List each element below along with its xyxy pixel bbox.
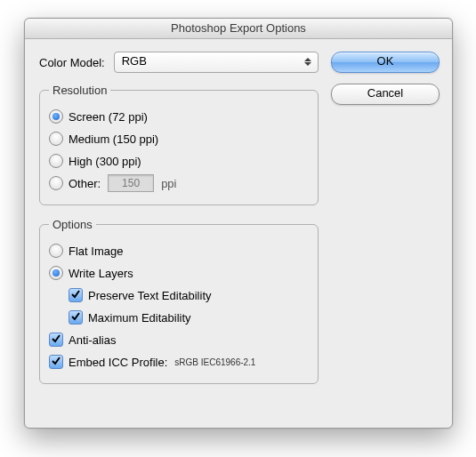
window-title: Photoshop Export Options xyxy=(25,19,452,39)
resolution-medium-radio[interactable] xyxy=(49,132,63,146)
resolution-medium-label: Medium (150 ppi) xyxy=(69,132,158,146)
embed-icc-label: Embed ICC Profile: xyxy=(69,356,167,369)
ok-button[interactable]: OK xyxy=(331,52,440,73)
resolution-screen-radio[interactable] xyxy=(49,109,63,124)
checkmark-icon xyxy=(70,289,81,300)
checkmark-icon xyxy=(51,356,61,366)
flat-image-label: Flat Image xyxy=(69,245,123,258)
resolution-other-label: Other: xyxy=(69,177,101,190)
options-group: Options Flat Image Write Layers xyxy=(39,218,319,384)
anti-alias-label: Anti-alias xyxy=(69,333,116,347)
resolution-high-label: High (300 ppi) xyxy=(69,155,141,168)
icc-profile-name: sRGB IEC61966-2.1 xyxy=(174,357,255,367)
write-layers-label: Write Layers xyxy=(69,267,133,280)
checkmark-icon xyxy=(51,333,61,344)
export-options-dialog: Photoshop Export Options Color Model: RG… xyxy=(24,18,453,429)
flat-image-radio[interactable] xyxy=(49,244,63,258)
cancel-button[interactable]: Cancel xyxy=(331,84,440,105)
embed-icc-checkbox[interactable] xyxy=(49,355,63,369)
preserve-text-checkbox[interactable] xyxy=(69,288,83,302)
options-legend: Options xyxy=(49,218,96,231)
color-model-value: RGB xyxy=(122,54,147,68)
preserve-text-label: Preserve Text Editability xyxy=(88,289,212,302)
color-model-label: Color Model: xyxy=(39,56,105,69)
resolution-screen-label: Screen (72 ppi) xyxy=(69,110,148,124)
resolution-other-input[interactable]: 150 xyxy=(108,174,154,192)
resolution-legend: Resolution xyxy=(49,84,110,97)
resolution-group: Resolution Screen (72 ppi) Medium (150 p… xyxy=(39,84,319,205)
color-model-select[interactable]: RGB xyxy=(114,52,319,73)
resolution-high-radio[interactable] xyxy=(49,154,63,168)
updown-arrows-icon xyxy=(302,54,314,68)
resolution-other-unit: ppi xyxy=(161,177,176,190)
anti-alias-checkbox[interactable] xyxy=(49,333,63,347)
write-layers-radio[interactable] xyxy=(49,266,63,280)
resolution-other-radio[interactable] xyxy=(49,176,63,190)
max-edit-checkbox[interactable] xyxy=(69,310,83,325)
checkmark-icon xyxy=(70,311,81,322)
max-edit-label: Maximum Editability xyxy=(88,311,191,325)
